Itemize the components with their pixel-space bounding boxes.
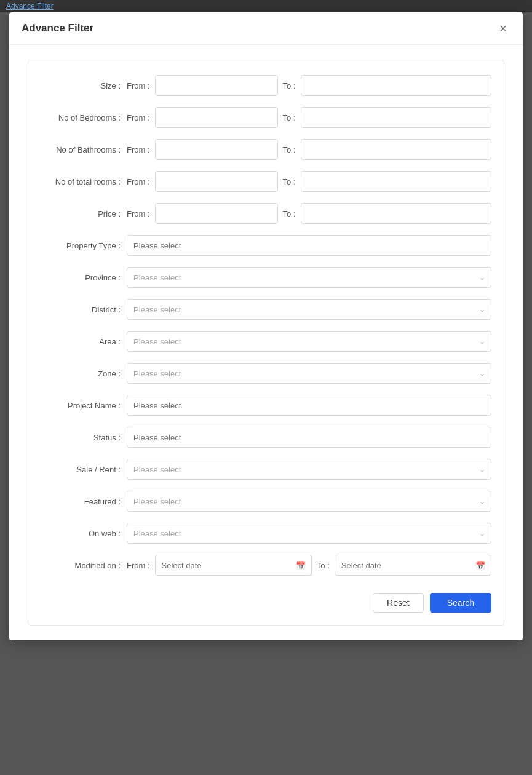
price-inputs: From : To :	[127, 203, 491, 224]
size-to-label: To :	[283, 81, 296, 90]
bathrooms-from-label: From :	[127, 145, 150, 154]
bedrooms-row: No of Bedrooms : From : To :	[41, 107, 491, 128]
bedrooms-to-label: To :	[283, 113, 296, 122]
sale-rent-row: Sale / Rent : Please select ⌄	[41, 459, 491, 480]
total-rooms-row: No of total rooms : From : To :	[41, 171, 491, 192]
bedrooms-from-label: From :	[127, 113, 150, 122]
district-label: District :	[41, 305, 127, 314]
sale-rent-select-wrapper: Please select ⌄	[127, 459, 491, 480]
area-label: Area :	[41, 337, 127, 346]
advance-filter-modal: Advance Filter × Size : From : To : No o…	[9, 12, 523, 640]
bedrooms-inputs: From : To :	[127, 107, 491, 128]
area-select[interactable]: Please select	[127, 331, 491, 352]
modified-on-to-wrapper: 📅	[335, 555, 491, 576]
status-label: Status :	[41, 433, 127, 442]
zone-row: Zone : Please select ⌄	[41, 363, 491, 384]
sale-rent-select[interactable]: Please select	[127, 459, 491, 480]
bathrooms-row: No of Bathrooms : From : To :	[41, 139, 491, 160]
property-type-label: Property Type :	[41, 241, 127, 250]
featured-select[interactable]: Please select	[127, 491, 491, 512]
district-select[interactable]: Please select	[127, 299, 491, 320]
on-web-row: On web : Please select ⌄	[41, 523, 491, 544]
project-name-row: Project Name :	[41, 395, 491, 416]
area-row: Area : Please select ⌄	[41, 331, 491, 352]
bathrooms-to-input[interactable]	[301, 139, 491, 160]
modified-on-from-input[interactable]	[155, 555, 312, 576]
modal-body: Size : From : To : No of Bedrooms : From…	[9, 45, 523, 640]
district-row: District : Please select ⌄	[41, 299, 491, 320]
modified-on-row: Modified on : From : 📅 To : 📅	[41, 555, 491, 576]
project-name-label: Project Name :	[41, 401, 127, 410]
on-web-select-wrapper: Please select ⌄	[127, 523, 491, 544]
modified-on-inputs: From : 📅 To : 📅	[127, 555, 491, 576]
total-rooms-to-label: To :	[283, 177, 296, 186]
size-inputs: From : To :	[127, 75, 491, 96]
reset-button[interactable]: Reset	[373, 593, 424, 613]
modified-on-to-label: To :	[317, 561, 330, 570]
total-rooms-to-input[interactable]	[301, 171, 491, 192]
total-rooms-label: No of total rooms :	[41, 177, 127, 186]
size-label: Size :	[41, 81, 127, 90]
province-row: Province : Please select ⌄	[41, 267, 491, 288]
bathrooms-inputs: From : To :	[127, 139, 491, 160]
price-from-label: From :	[127, 209, 150, 218]
featured-row: Featured : Please select ⌄	[41, 491, 491, 512]
featured-label: Featured :	[41, 497, 127, 506]
bathrooms-from-input[interactable]	[155, 139, 278, 160]
price-to-label: To :	[283, 209, 296, 218]
bedrooms-to-input[interactable]	[301, 107, 491, 128]
form-footer: Reset Search	[41, 590, 491, 613]
zone-label: Zone :	[41, 369, 127, 378]
form-container: Size : From : To : No of Bedrooms : From…	[28, 60, 504, 626]
price-label: Price :	[41, 209, 127, 218]
property-type-row: Property Type :	[41, 235, 491, 256]
province-label: Province :	[41, 273, 127, 282]
price-to-input[interactable]	[301, 203, 491, 224]
modified-on-from-wrapper: 📅	[155, 555, 312, 576]
bedrooms-label: No of Bedrooms :	[41, 113, 127, 122]
on-web-select[interactable]: Please select	[127, 523, 491, 544]
modal-title: Advance Filter	[22, 22, 93, 34]
sale-rent-label: Sale / Rent :	[41, 465, 127, 474]
size-row: Size : From : To :	[41, 75, 491, 96]
close-button[interactable]: ×	[496, 21, 510, 36]
modified-on-from-label: From :	[127, 561, 150, 570]
bathrooms-to-label: To :	[283, 145, 296, 154]
size-to-input[interactable]	[301, 75, 491, 96]
zone-select[interactable]: Please select	[127, 363, 491, 384]
price-from-input[interactable]	[155, 203, 278, 224]
bathrooms-label: No of Bathrooms :	[41, 145, 127, 154]
bedrooms-from-input[interactable]	[155, 107, 278, 128]
area-select-wrapper: Please select ⌄	[127, 331, 491, 352]
total-rooms-from-input[interactable]	[155, 171, 278, 192]
on-web-label: On web :	[41, 529, 127, 538]
size-from-label: From :	[127, 81, 150, 90]
province-select[interactable]: Please select	[127, 267, 491, 288]
status-row: Status :	[41, 427, 491, 448]
total-rooms-inputs: From : To :	[127, 171, 491, 192]
modified-on-to-input[interactable]	[335, 555, 491, 576]
total-rooms-from-label: From :	[127, 177, 150, 186]
size-from-input[interactable]	[155, 75, 278, 96]
advance-filter-link[interactable]: Advance Filter	[6, 2, 54, 10]
status-input[interactable]	[127, 427, 491, 448]
zone-select-wrapper: Please select ⌄	[127, 363, 491, 384]
modal-header: Advance Filter ×	[9, 12, 523, 45]
price-row: Price : From : To :	[41, 203, 491, 224]
province-select-wrapper: Please select ⌄	[127, 267, 491, 288]
district-select-wrapper: Please select ⌄	[127, 299, 491, 320]
search-button[interactable]: Search	[430, 593, 491, 613]
property-type-input[interactable]	[127, 235, 491, 256]
featured-select-wrapper: Please select ⌄	[127, 491, 491, 512]
modified-on-label: Modified on :	[41, 561, 127, 570]
project-name-input[interactable]	[127, 395, 491, 416]
